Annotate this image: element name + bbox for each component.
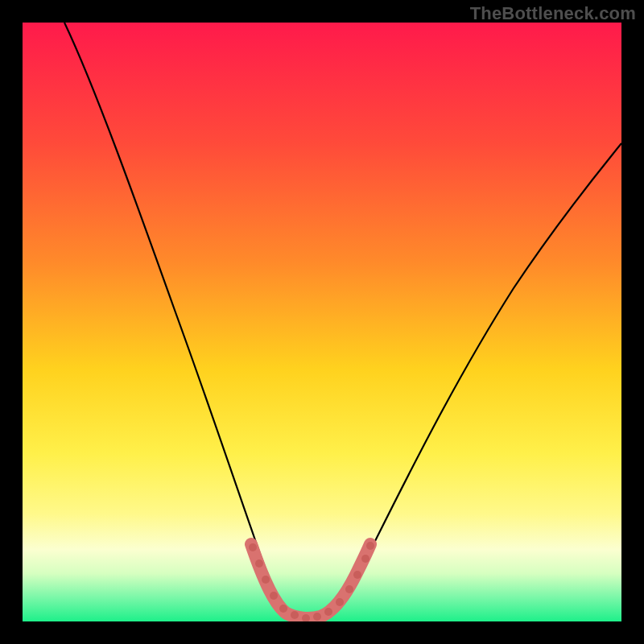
svg-point-13 (366, 542, 374, 550)
bottleneck-chart (23, 23, 621, 621)
svg-point-7 (313, 613, 321, 621)
svg-point-2 (262, 576, 270, 584)
svg-point-1 (255, 559, 263, 568)
svg-point-3 (270, 592, 278, 600)
svg-point-4 (279, 605, 287, 613)
svg-point-8 (324, 608, 332, 616)
svg-point-9 (336, 598, 344, 606)
watermark-text: TheBottleneck.com (470, 3, 636, 24)
svg-point-0 (249, 543, 257, 551)
svg-point-5 (291, 611, 299, 619)
chart-frame: TheBottleneck.com (0, 0, 644, 644)
svg-point-11 (353, 571, 361, 579)
gradient-background (23, 23, 621, 621)
svg-point-12 (361, 555, 369, 563)
svg-point-10 (345, 585, 353, 593)
